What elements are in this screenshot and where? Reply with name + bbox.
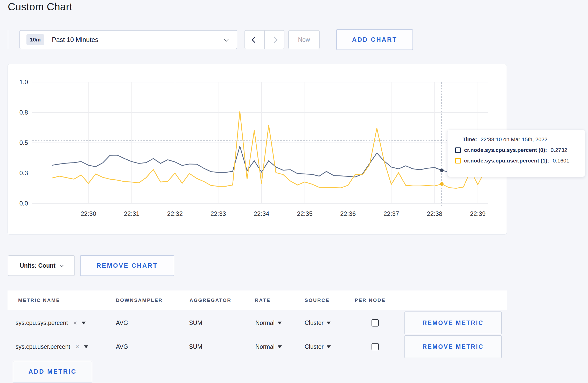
column-header-metric-name: METRIC NAME (18, 290, 60, 310)
custom-chart-page: Custom Chart 10m Past 10 Minutes Now ADD… (0, 0, 588, 383)
units-label: Units: Count (20, 262, 55, 269)
downsampler-select[interactable]: AVG (116, 311, 128, 334)
column-header-per-node: PER NODE (355, 290, 386, 310)
per-node-checkbox[interactable] (372, 343, 379, 350)
series-swatch-icon (455, 158, 461, 164)
caret-down-icon (327, 345, 331, 348)
chevron-left-icon (251, 37, 258, 43)
y-axis-tick-label: 1.0 (19, 79, 28, 86)
series-line-1 (52, 111, 485, 188)
x-axis-tick-label: 22:37 (383, 210, 399, 217)
caret-down-icon (82, 322, 86, 324)
series-line-0 (52, 146, 485, 177)
chart-card: 0.00.30.50.81.022:3022:3122:3222:3322:34… (8, 64, 507, 235)
tooltip-series-name: cr.node.sys.cpu.sys.percent (0): (464, 147, 547, 153)
chevron-down-icon (224, 37, 229, 42)
series-swatch-icon (455, 147, 461, 153)
source-value: Cluster (305, 320, 324, 327)
units-select[interactable]: Units: Count (8, 255, 75, 276)
per-node-cell (372, 311, 379, 334)
column-header-aggregator: AGGREGATOR (190, 290, 232, 310)
caret-down-icon (278, 345, 282, 348)
chevron-down-icon (60, 263, 64, 267)
caret-down-icon (278, 322, 282, 324)
x-axis-tick-label: 22:34 (254, 210, 269, 217)
x-axis-tick-label: 22:38 (427, 210, 442, 217)
metric-name-value: sys.cpu.user.percent (16, 343, 70, 350)
metric-row: sys.cpu.sys.percent × AVG SUM Normal Clu… (8, 311, 507, 334)
remove-metric-button[interactable]: REMOVE METRIC (404, 311, 502, 334)
x-axis-tick-label: 22:39 (470, 210, 486, 217)
rate-value: Normal (255, 343, 275, 350)
aggregator-value: SUM (189, 343, 202, 350)
column-header-source: SOURCE (305, 290, 330, 310)
x-axis-tick-label: 22:30 (81, 210, 96, 217)
tooltip-series-value: 0.1601 (553, 158, 569, 164)
downsampler-value: AVG (116, 343, 128, 350)
caret-down-icon (84, 345, 88, 348)
y-axis-tick-label: 0.3 (19, 169, 28, 176)
add-chart-button[interactable]: ADD CHART (336, 29, 413, 50)
downsampler-value: AVG (116, 320, 128, 327)
rate-select[interactable]: Normal (255, 335, 282, 358)
metric-name-select[interactable]: sys.cpu.sys.percent × (16, 311, 86, 334)
aggregator-select[interactable]: SUM (189, 311, 202, 334)
column-header-rate: RATE (255, 290, 270, 310)
metric-name-value: sys.cpu.sys.percent (16, 320, 68, 327)
metrics-table-header: METRIC NAME DOWNSAMPLER AGGREGATOR RATE … (8, 290, 507, 310)
y-axis-tick-label: 0.0 (19, 200, 28, 207)
aggregator-value: SUM (189, 320, 202, 327)
x-axis-tick-label: 22:31 (124, 210, 139, 217)
source-select[interactable]: Cluster (305, 311, 331, 334)
crosshair-dot-series-0 (440, 168, 444, 172)
source-value: Cluster (305, 343, 324, 350)
y-axis-tick-label: 0.8 (19, 109, 28, 116)
time-back-button[interactable] (245, 31, 265, 49)
time-range-arrows (244, 30, 284, 49)
x-axis-tick-label: 22:35 (297, 210, 312, 217)
time-forward-button[interactable] (265, 31, 284, 49)
remove-chart-button[interactable]: REMOVE CHART (80, 255, 174, 276)
tooltip-time-label: Time: (463, 136, 477, 143)
remove-metric-button[interactable]: REMOVE METRIC (404, 335, 502, 358)
page-title: Custom Chart (8, 1, 72, 13)
rate-select[interactable]: Normal (255, 311, 282, 334)
toolbar-divider (8, 30, 8, 49)
chevron-right-icon (271, 37, 277, 43)
add-metric-button[interactable]: ADD METRIC (13, 361, 92, 382)
tooltip-series-name: cr.node.sys.cpu.user.percent (1): (464, 158, 549, 164)
x-axis-tick-label: 22:32 (167, 210, 183, 217)
clear-metric-icon[interactable]: × (73, 320, 77, 326)
per-node-checkbox[interactable] (372, 319, 379, 327)
now-button[interactable]: Now (288, 30, 320, 49)
aggregator-select[interactable]: SUM (189, 335, 202, 358)
source-select[interactable]: Cluster (305, 335, 331, 358)
crosshair-dot-series-1 (440, 182, 444, 186)
time-range-badge: 10m (26, 34, 44, 45)
x-axis-tick-label: 22:36 (340, 210, 356, 217)
y-axis-tick-label: 0.5 (19, 139, 28, 146)
tooltip-series-value: 0.2732 (551, 147, 567, 153)
time-range-label: Past 10 Minutes (52, 36, 98, 44)
metric-row: sys.cpu.user.percent × AVG SUM Normal Cl… (8, 335, 507, 358)
timeseries-chart[interactable]: 0.00.30.50.81.022:3022:3122:3222:3322:34… (8, 64, 507, 234)
metric-name-select[interactable]: sys.cpu.user.percent × (16, 335, 88, 358)
per-node-cell (372, 335, 379, 358)
x-axis-tick-label: 22:33 (211, 210, 226, 217)
caret-down-icon (327, 322, 331, 324)
clear-metric-icon[interactable]: × (75, 343, 79, 350)
chart-hover-tooltip: Time: 22:38:10 on Mar 15th, 2022 cr.node… (447, 130, 585, 177)
rate-value: Normal (255, 320, 275, 327)
downsampler-select[interactable]: AVG (116, 335, 128, 358)
tooltip-time-value: 22:38:10 on Mar 15th, 2022 (481, 136, 548, 143)
column-header-downsampler: DOWNSAMPLER (116, 290, 163, 310)
time-range-select[interactable]: 10m Past 10 Minutes (19, 30, 237, 49)
